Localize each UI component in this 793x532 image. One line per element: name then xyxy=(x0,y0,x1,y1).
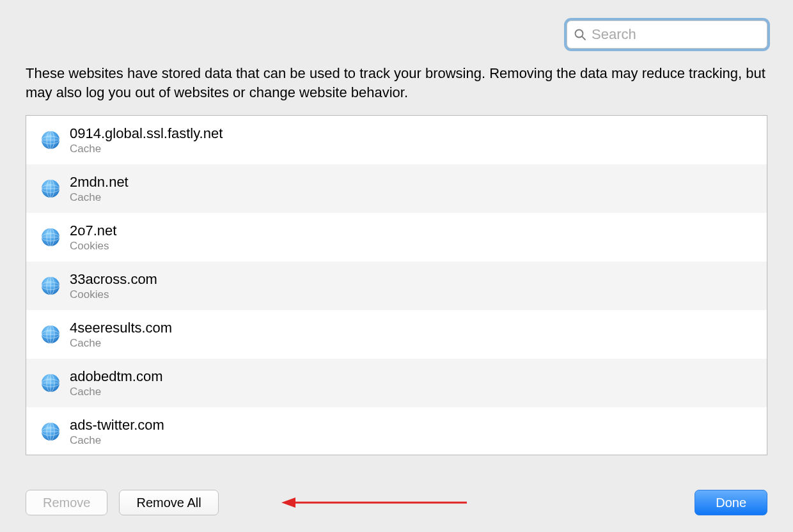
search-input[interactable] xyxy=(592,26,767,43)
list-item[interactable]: 4seeresults.com Cache xyxy=(26,310,767,359)
remove-button: Remove xyxy=(26,490,107,515)
item-text: 2o7.net Cookies xyxy=(70,222,116,253)
globe-icon xyxy=(40,178,61,199)
item-type: Cache xyxy=(70,434,164,447)
globe-icon xyxy=(40,373,61,393)
globe-icon xyxy=(40,324,61,345)
search-icon xyxy=(574,28,586,41)
item-type: Cookies xyxy=(70,239,116,253)
globe-icon xyxy=(40,130,61,150)
item-text: 4seeresults.com Cache xyxy=(70,319,172,350)
remove-all-button[interactable]: Remove All xyxy=(119,490,218,515)
website-data-list[interactable]: 0914.global.ssl.fastly.net Cache 2mdn.ne… xyxy=(26,115,767,455)
list-item[interactable]: ads-twitter.com Cache xyxy=(26,407,767,455)
item-domain: 2mdn.net xyxy=(70,173,129,191)
done-button[interactable]: Done xyxy=(695,490,767,515)
item-text: 0914.global.ssl.fastly.net Cache xyxy=(70,125,223,156)
globe-icon xyxy=(40,227,61,247)
item-text: 2mdn.net Cache xyxy=(70,173,129,205)
item-text: 33across.com Cookies xyxy=(70,270,157,302)
list-item[interactable]: 2mdn.net Cache xyxy=(26,164,767,213)
item-domain: 33across.com xyxy=(70,270,157,288)
item-text: ads-twitter.com Cache xyxy=(70,416,164,448)
item-type: Cache xyxy=(70,336,172,350)
list-item[interactable]: 2o7.net Cookies xyxy=(26,213,767,262)
list-item[interactable]: 0914.global.ssl.fastly.net Cache xyxy=(26,116,767,164)
search-field[interactable] xyxy=(567,20,767,49)
item-type: Cookies xyxy=(70,288,157,301)
item-type: Cache xyxy=(70,142,223,155)
svg-line-1 xyxy=(582,36,585,40)
list-item[interactable]: 33across.com Cookies xyxy=(26,262,767,310)
item-domain: adobedtm.com xyxy=(70,368,163,386)
item-type: Cache xyxy=(70,191,129,204)
description-text: These websites have stored data that can… xyxy=(26,64,767,102)
list-item[interactable]: adobedtm.com Cache xyxy=(26,359,767,407)
item-domain: 4seeresults.com xyxy=(70,319,172,337)
globe-icon xyxy=(40,276,61,296)
item-domain: 2o7.net xyxy=(70,222,116,240)
item-type: Cache xyxy=(70,385,163,398)
globe-icon xyxy=(40,421,61,442)
item-text: adobedtm.com Cache xyxy=(70,368,163,399)
item-domain: ads-twitter.com xyxy=(70,416,164,434)
button-row: Remove Remove All Done xyxy=(26,490,767,515)
item-domain: 0914.global.ssl.fastly.net xyxy=(70,125,223,143)
